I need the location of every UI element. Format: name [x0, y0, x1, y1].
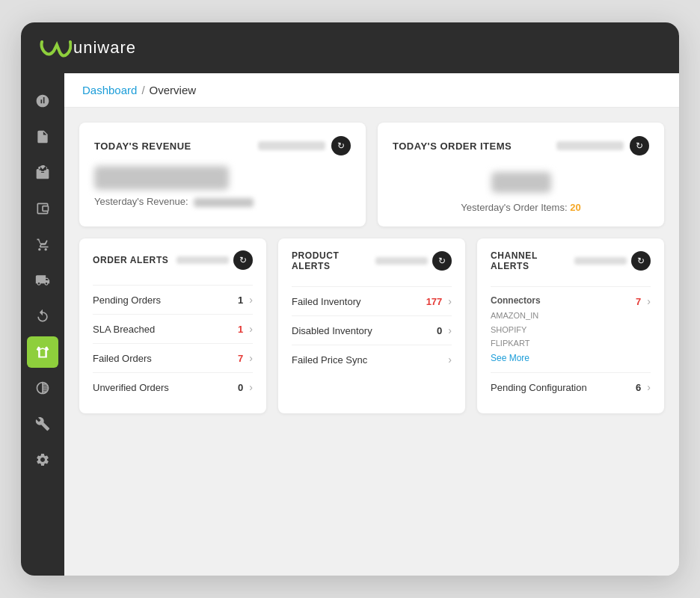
channel-pending-config-row[interactable]: Pending Configuration 6 › [491, 372, 651, 401]
channel-alerts-header: CHANNEL ALERTS ↻ [491, 250, 651, 277]
order-items-sub: Yesterday's Order Items: 20 [393, 202, 649, 213]
chevron-icon: › [249, 323, 253, 335]
channel-connectors-left: Connectors AMAZON_IN SHOPIFY FLIPKART Se… [491, 295, 636, 364]
order-alert-pending-label: Pending Orders [93, 295, 161, 306]
channel-connector-right: 7 › [636, 295, 651, 307]
product-alerts-refresh[interactable]: ↻ [432, 251, 452, 271]
logo-text: uniware [73, 38, 136, 58]
chevron-icon: › [448, 354, 452, 366]
product-alerts-card: PRODUCT ALERTS ↻ Failed Inventory 177 › [278, 238, 465, 413]
channel-alerts-refresh[interactable]: ↻ [631, 251, 651, 271]
sidebar-item-analytics[interactable] [27, 85, 58, 117]
order-alert-pending-orders[interactable]: Pending Orders 1 › [93, 285, 253, 314]
dashboard-content: TODAY'S REVENUE ↻ Yesterday's Revenue: [64, 108, 679, 576]
channel-flipkart: FLIPKART [491, 339, 529, 348]
chevron-icon: › [448, 324, 452, 336]
sidebar-item-settings[interactable] [27, 444, 58, 475]
order-alert-unverified-orders[interactable]: Unverified Orders 0 › [93, 372, 253, 401]
order-alert-sla-breached[interactable]: SLA Breached 1 › [93, 314, 253, 343]
product-alert-failed-inventory[interactable]: Failed Inventory 177 › [292, 286, 452, 315]
sidebar-item-integrations[interactable] [27, 372, 58, 404]
order-alert-unverified-label: Unverified Orders [93, 382, 169, 393]
sidebar-item-returns[interactable] [27, 300, 58, 332]
order-alerts-title: ORDER ALERTS [93, 255, 168, 265]
order-alerts-header-right: ↻ [176, 250, 253, 270]
product-alert-failed-price-right: › [442, 354, 452, 366]
product-alerts-header-right: ↻ [375, 251, 452, 271]
revenue-card-blurred [258, 141, 325, 150]
product-alert-failed-price-sync[interactable]: Failed Price Sync › [292, 345, 452, 374]
order-alert-failed-orders[interactable]: Failed Orders 7 › [93, 343, 253, 372]
product-alert-failed-inv-right: 177 › [426, 295, 452, 307]
order-alert-failed-count: 7 [238, 353, 243, 364]
sidebar-item-products[interactable] [27, 336, 58, 368]
product-alert-disabled-inventory[interactable]: Disabled Inventory 0 › [292, 315, 452, 345]
main-layout: Dashboard / Overview TODAY'S REVENUE ↻ [21, 73, 679, 576]
sidebar-item-warehouse[interactable] [27, 265, 58, 296]
top-nav: uniware [21, 22, 679, 73]
product-alert-disabled-inv-label: Disabled Inventory [292, 325, 372, 336]
channel-connector-count: 7 [636, 296, 641, 307]
order-alert-sla-right: 1 › [238, 323, 253, 335]
content-area: Dashboard / Overview TODAY'S REVENUE ↻ [64, 73, 679, 576]
breadcrumb-link[interactable]: Dashboard [82, 84, 137, 96]
sidebar [21, 73, 64, 576]
channel-pending-config-count: 6 [636, 382, 641, 393]
order-alert-failed-right: 7 › [238, 352, 253, 364]
revenue-card-title: TODAY'S REVENUE [94, 141, 191, 152]
bottom-row: ORDER ALERTS ↻ Pending Orders 1 › [79, 238, 664, 413]
order-items-refresh-button[interactable]: ↻ [630, 136, 649, 155]
see-more-link[interactable]: See More [491, 353, 529, 363]
channel-alerts-title: CHANNEL ALERTS [491, 250, 574, 271]
order-items-card-blurred [556, 141, 624, 150]
order-items-sub-label: Yesterday's Order Items: [461, 202, 567, 213]
order-items-card-header: TODAY'S ORDER ITEMS ↻ [393, 136, 649, 155]
channel-alerts-blurred [574, 257, 627, 265]
order-alert-pending-count: 1 [238, 295, 243, 306]
revenue-card: TODAY'S REVENUE ↻ Yesterday's Revenue: [79, 123, 366, 226]
chevron-icon: › [647, 295, 651, 307]
product-alert-disabled-inv-right: 0 › [437, 324, 452, 336]
order-alert-failed-label: Failed Orders [93, 353, 152, 364]
product-alerts-header: PRODUCT ALERTS ↻ [292, 250, 452, 277]
revenue-card-header: TODAY'S REVENUE ↻ [94, 136, 351, 155]
order-alerts-card: ORDER ALERTS ↻ Pending Orders 1 › [79, 238, 266, 413]
product-alerts-title: PRODUCT ALERTS [292, 250, 375, 271]
channel-names: AMAZON_IN SHOPIFY FLIPKART [491, 309, 636, 351]
product-alert-failed-price-label: Failed Price Sync [292, 354, 367, 366]
sidebar-item-wallet[interactable] [27, 193, 58, 224]
logo: uniware [39, 36, 136, 60]
revenue-sub-value-blurred [194, 198, 254, 207]
breadcrumb: Dashboard / Overview [64, 73, 679, 108]
product-alerts-blurred [375, 257, 428, 265]
revenue-refresh-button[interactable]: ↻ [331, 136, 351, 155]
chevron-icon: › [249, 294, 253, 306]
order-items-value-blurred [491, 172, 551, 193]
channel-pending-config-right: 6 › [636, 381, 651, 393]
top-row: TODAY'S REVENUE ↻ Yesterday's Revenue: [79, 123, 664, 226]
breadcrumb-separator: / [141, 84, 144, 96]
order-alert-unverified-right: 0 › [238, 381, 253, 393]
product-alert-disabled-inv-count: 0 [437, 325, 442, 336]
revenue-sub-label: Yesterday's Revenue: [94, 196, 188, 207]
order-alerts-blurred [176, 256, 229, 264]
channel-connectors-row[interactable]: Connectors AMAZON_IN SHOPIFY FLIPKART Se… [491, 286, 651, 372]
sidebar-item-inventory[interactable] [27, 157, 58, 188]
sidebar-item-tools[interactable] [27, 408, 58, 440]
chevron-icon: › [448, 295, 452, 307]
channel-alerts-card: CHANNEL ALERTS ↻ Connectors AMAZON_IN [477, 238, 664, 413]
sidebar-item-cart[interactable] [27, 229, 58, 260]
order-alert-pending-right: 1 › [238, 294, 253, 306]
product-alert-failed-inv-count: 177 [426, 296, 443, 307]
order-alerts-refresh[interactable]: ↻ [233, 250, 253, 270]
revenue-sub: Yesterday's Revenue: [94, 196, 351, 207]
sidebar-item-reports[interactable] [27, 121, 58, 152]
order-items-card-header-right: ↻ [556, 136, 649, 155]
revenue-card-header-right: ↻ [258, 136, 351, 155]
revenue-value-blurred [94, 166, 229, 190]
chevron-icon: › [249, 352, 253, 364]
product-alert-failed-inv-label: Failed Inventory [292, 296, 361, 307]
channel-amazon: AMAZON_IN [491, 311, 538, 320]
channel-connectors-label: Connectors [491, 295, 636, 306]
chevron-icon: › [249, 381, 253, 393]
